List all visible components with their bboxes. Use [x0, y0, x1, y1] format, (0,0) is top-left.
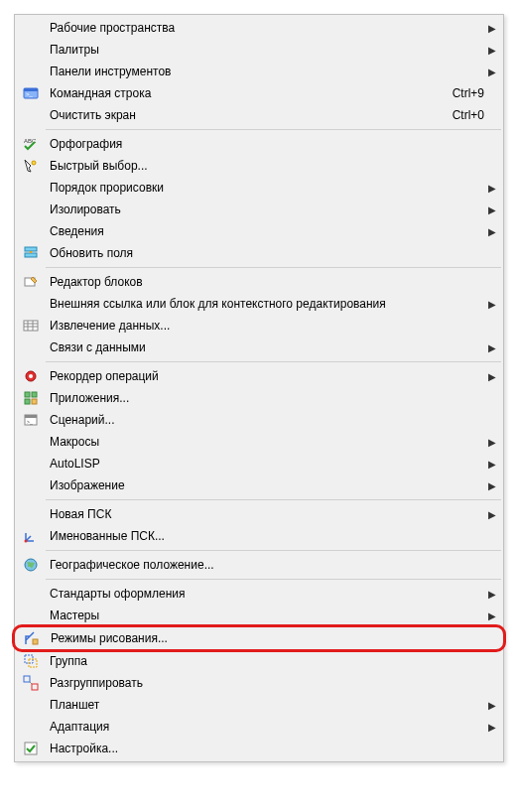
- menu-separator: [46, 550, 501, 551]
- menu-item[interactable]: Группа: [16, 650, 502, 672]
- svg-point-14: [29, 374, 33, 378]
- blank-icon: [20, 718, 42, 736]
- menu-item-label: Очистить экран: [42, 108, 441, 122]
- menu-item[interactable]: Режимы рисования...: [17, 627, 501, 649]
- menu-item[interactable]: Новая ПСК▶: [16, 503, 502, 525]
- svg-rect-17: [25, 399, 30, 404]
- submenu-arrow-icon: ▶: [484, 226, 496, 237]
- menu-item[interactable]: Изолировать▶: [16, 199, 502, 220]
- menu-item[interactable]: Изображение▶: [16, 474, 502, 496]
- menu-item[interactable]: Панели инструментов▶: [16, 61, 502, 82]
- menu-item-label: Панели инструментов: [42, 65, 484, 78]
- menu-item-label: Рекордер операций: [42, 369, 484, 383]
- svg-rect-16: [32, 392, 37, 397]
- menu-item-label: Приложения...: [42, 391, 484, 405]
- submenu-arrow-icon: ▶: [484, 459, 496, 470]
- submenu-arrow-icon: ▶: [484, 67, 496, 77]
- svg-line-29: [30, 682, 32, 684]
- menu-item[interactable]: Обновить поля: [16, 242, 502, 264]
- menu-item-label: Внешняя ссылка или блок для контекстного…: [42, 297, 484, 311]
- menu-item[interactable]: Макросы▶: [16, 431, 502, 453]
- svg-text:>_: >_: [27, 419, 33, 425]
- menu-item-label: Командная строка: [42, 86, 441, 100]
- context-menu: Рабочие пространства▶Палитры▶Панели инст…: [14, 14, 504, 762]
- submenu-arrow-icon: ▶: [484, 700, 496, 711]
- menu-item[interactable]: ABCОрфография: [16, 133, 502, 155]
- menu-item[interactable]: Разгруппировать: [16, 672, 502, 694]
- svg-rect-8: [24, 321, 38, 331]
- svg-rect-24: [33, 639, 38, 644]
- menu-item[interactable]: Порядок прорисовки▶: [16, 177, 502, 199]
- update-fields-icon: [20, 244, 42, 262]
- menu-item[interactable]: Внешняя ссылка или блок для контекстного…: [16, 293, 502, 315]
- submenu-arrow-icon: ▶: [484, 204, 496, 215]
- menu-item-label: Порядок прорисовки: [42, 181, 484, 195]
- blank-icon: [20, 433, 42, 451]
- svg-rect-30: [25, 743, 37, 754]
- menu-separator: [46, 579, 501, 580]
- svg-rect-18: [32, 399, 37, 404]
- svg-rect-27: [24, 676, 30, 682]
- submenu-arrow-icon: ▶: [484, 299, 496, 310]
- menu-item[interactable]: Редактор блоков: [16, 271, 502, 293]
- svg-rect-15: [25, 392, 30, 397]
- menu-item[interactable]: Приложения...: [16, 387, 502, 409]
- submenu-arrow-icon: ▶: [484, 610, 496, 621]
- svg-rect-6: [25, 253, 37, 257]
- blank-icon: [20, 696, 42, 714]
- menu-item[interactable]: Географическое положение...: [16, 554, 502, 576]
- menu-item-label: Адаптация: [42, 720, 484, 734]
- menu-item[interactable]: Стандарты оформления▶: [16, 583, 502, 605]
- draft-settings-icon: [21, 629, 43, 647]
- menu-separator: [46, 267, 501, 268]
- menu-item-label: Палитры: [42, 43, 484, 57]
- menu-separator: [46, 129, 501, 130]
- menu-item-label: Связи с данными: [42, 340, 484, 354]
- blank-icon: [20, 295, 42, 313]
- menu-separator: [46, 499, 501, 500]
- menu-item[interactable]: Мастеры▶: [16, 605, 502, 626]
- blank-icon: [20, 505, 42, 523]
- spellcheck-icon: ABC: [20, 135, 42, 153]
- menu-item-label: Стандарты оформления: [42, 587, 484, 601]
- menu-item-label: Обновить поля: [42, 246, 484, 260]
- menu-item-shortcut: Ctrl+9: [441, 86, 484, 100]
- menu-item-label: Изолировать: [42, 203, 484, 216]
- menu-item-label: Группа: [42, 654, 484, 668]
- menu-item-label: AutoLISP: [42, 457, 484, 471]
- script-icon: >_: [20, 411, 42, 429]
- menu-item[interactable]: Адаптация▶: [16, 716, 502, 738]
- submenu-arrow-icon: ▶: [484, 183, 496, 194]
- menu-item[interactable]: AutoLISP▶: [16, 453, 502, 474]
- menu-item-label: Настройка...: [42, 742, 484, 755]
- menu-item[interactable]: Очистить экранCtrl+0: [16, 104, 502, 126]
- menu-item-label: Редактор блоков: [42, 275, 484, 289]
- menu-item[interactable]: Сведения▶: [16, 220, 502, 242]
- group-icon: [20, 652, 42, 670]
- menu-item[interactable]: >_Сценарий...: [16, 409, 502, 431]
- menu-item-shortcut: Ctrl+0: [441, 108, 484, 122]
- menu-item[interactable]: Рабочие пространства▶: [16, 17, 502, 39]
- menu-item-label: Сценарий...: [42, 413, 484, 427]
- quick-select-icon: [20, 157, 42, 175]
- menu-item[interactable]: Извлечение данных...: [16, 315, 502, 337]
- blank-icon: [20, 607, 42, 624]
- menu-item[interactable]: Планшет▶: [16, 694, 502, 716]
- blank-icon: [20, 201, 42, 218]
- menu-item[interactable]: Настройка...: [16, 738, 502, 759]
- blank-icon: [20, 338, 42, 356]
- menu-item[interactable]: Связи с данными▶: [16, 337, 502, 358]
- menu-item[interactable]: Быстрый выбор...: [16, 155, 502, 177]
- block-editor-icon: [20, 273, 42, 291]
- menu-item-label: Режимы рисования...: [43, 631, 483, 645]
- svg-rect-20: [25, 415, 37, 418]
- menu-item[interactable]: Палитры▶: [16, 39, 502, 61]
- ungroup-icon: [20, 674, 42, 692]
- settings-check-icon: [20, 740, 42, 757]
- svg-text:>_: >_: [26, 91, 34, 97]
- menu-item[interactable]: >_Командная строкаCtrl+9: [16, 82, 502, 104]
- recorder-icon: [20, 367, 42, 385]
- menu-item[interactable]: Рекордер операций▶: [16, 365, 502, 387]
- blank-icon: [20, 106, 42, 124]
- menu-item[interactable]: Именованные ПСК...: [16, 525, 502, 547]
